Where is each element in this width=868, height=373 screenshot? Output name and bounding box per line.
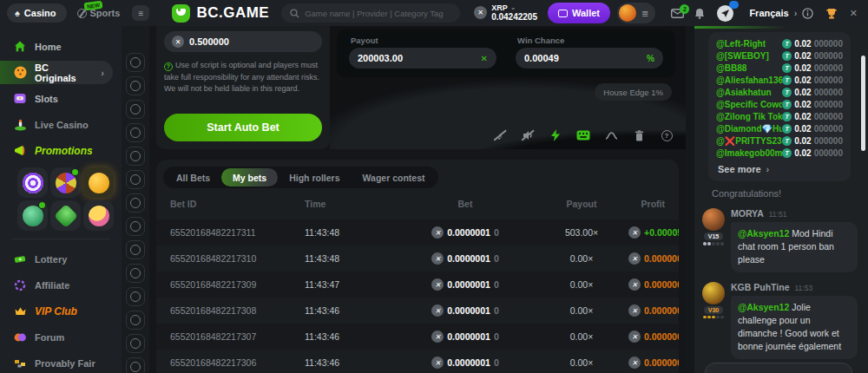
clear-button[interactable] [632, 128, 646, 142]
promo-rocket-icon[interactable] [17, 200, 48, 231]
avatar [619, 4, 636, 22]
sports-toggle[interactable]: NEW Sports [77, 8, 121, 18]
game-shortcut-icon[interactable] [126, 334, 145, 353]
game-shortcut-icon[interactable] [126, 147, 145, 166]
game-shortcut-icon[interactable] [126, 287, 145, 306]
game-shortcut-icon[interactable] [126, 217, 145, 236]
game-shortcut-icon[interactable] [126, 170, 145, 189]
sidebar-item-affiliate[interactable]: Affiliate [0, 273, 122, 297]
bell-icon [694, 8, 705, 19]
trends-button[interactable] [604, 128, 618, 142]
profile-menu[interactable] [617, 3, 655, 23]
wallet-button[interactable]: Wallet [548, 3, 610, 23]
bet-amount-input[interactable] [189, 36, 314, 47]
chat-username[interactable]: MORYA [731, 208, 764, 219]
chat-toggle-button[interactable] [717, 5, 733, 22]
sidebar-item-home[interactable]: Home [0, 35, 122, 58]
game-shortcut-icon[interactable] [126, 193, 145, 213]
music-mute-button[interactable] [493, 128, 507, 142]
rain-username[interactable]: @Imakegob00m... [716, 148, 782, 158]
rain-username[interactable]: @Asiakhatun [716, 88, 772, 97]
sidebar-item-live-casino[interactable]: Live Casino [0, 113, 122, 136]
help-button[interactable] [660, 128, 674, 142]
xrp-coin-icon [628, 304, 641, 317]
promo-spin-icon[interactable] [17, 167, 48, 198]
tab-wager-contest[interactable]: Wager contest [352, 168, 437, 186]
table-row[interactable]: 65520168482217307 11:43:46 0.00000010 0.… [156, 324, 679, 350]
sidebar-item-forum[interactable]: Forum [0, 325, 122, 349]
sidebar-item-slots[interactable]: Slots [0, 87, 122, 110]
rain-username[interactable]: @❌PRITTYS233❌ [716, 136, 782, 146]
trophy-button[interactable] [825, 8, 838, 19]
inbox-button[interactable]: 2 [671, 9, 684, 18]
start-auto-bet-button[interactable]: Start Auto Bet [164, 114, 322, 141]
currency-label: XRP [491, 4, 508, 13]
bets-panel: All Bets My bets High rollers Wager cont… [156, 160, 679, 373]
promo-piggy-icon[interactable] [83, 167, 114, 198]
game-shortcut-icon[interactable] [126, 240, 145, 259]
table-row[interactable]: 65520168482217309 11:43:47 0.00000010 0.… [156, 272, 679, 298]
sidebar-item-label: Live Casino [35, 120, 89, 130]
win-chance-field[interactable]: % [516, 48, 663, 69]
game-search[interactable] [281, 3, 460, 23]
avatar[interactable] [702, 208, 725, 231]
game-shortcut-icon[interactable] [126, 357, 145, 373]
rain-username[interactable]: @Left-Right [716, 39, 766, 49]
casino-toggle[interactable]: Casino [7, 3, 67, 23]
game-shortcut-icon[interactable] [126, 311, 145, 330]
sidebar-item-lottery[interactable]: Lottery [0, 247, 122, 271]
see-more-button[interactable]: See more [716, 159, 843, 178]
table-row[interactable]: 65520168482217310 11:43:48 0.00000010 0.… [156, 245, 679, 272]
rain-username[interactable]: @[SWEBOY] [716, 51, 769, 61]
rain-username[interactable]: @Diamond💎Hu... [716, 124, 782, 134]
chat-input-box[interactable] [705, 363, 852, 373]
bet-id: 65520168482217308 [170, 305, 305, 316]
turbo-button[interactable] [549, 128, 562, 142]
bet-amount-field[interactable] [164, 31, 322, 52]
rain-username[interactable]: @Specific Cowden [716, 100, 782, 109]
table-row[interactable]: 65520168482217311 11:43:48 0.00000010 50… [156, 219, 679, 245]
bcgame-logo[interactable]: BC.GAME [172, 4, 269, 23]
payout-input[interactable] [358, 53, 476, 63]
tab-my-bets[interactable]: My bets [221, 168, 278, 186]
bet-id: 65520168482217307 [170, 331, 305, 342]
sidebar-item-vip-club[interactable]: VIP Club [0, 299, 122, 323]
menu-toggle-icon[interactable] [132, 5, 149, 21]
rain-username[interactable]: @Aliesfahan1363 [716, 75, 782, 85]
mention[interactable]: @Aksyen12 [738, 228, 789, 239]
sidebar-item-bc-originals[interactable]: BC Originals [0, 61, 113, 84]
language-selector[interactable]: Français [749, 8, 797, 18]
sidebar-item-promotions[interactable]: Promotions [0, 139, 122, 162]
info-button[interactable] [802, 8, 813, 19]
game-shortcut-icon[interactable] [126, 100, 145, 119]
game-shortcut-icon[interactable] [126, 53, 145, 72]
game-shortcut-icon[interactable] [126, 76, 145, 95]
mention[interactable]: @Aksyen12 [738, 302, 789, 312]
avatar[interactable] [702, 282, 725, 304]
hotkeys-button[interactable] [576, 128, 590, 142]
rain-username[interactable]: @BB88 [716, 63, 746, 73]
sidebar-item-provably-fair[interactable]: Provably Fair [0, 351, 122, 373]
balance-selector[interactable]: XRP 0.04242205 [474, 4, 537, 23]
notifications-button[interactable] [694, 8, 705, 19]
sound-mute-button[interactable] [521, 128, 535, 142]
bet-payout: 0.00× [570, 305, 594, 316]
chat-scrollbar[interactable] [861, 56, 865, 151]
tab-all-bets[interactable]: All Bets [165, 168, 221, 186]
chat-username[interactable]: KGB PuhTine [731, 282, 789, 292]
table-row[interactable]: 65520168482217308 11:43:46 0.00000010 0.… [156, 298, 679, 324]
chat-input[interactable] [706, 365, 852, 373]
payout-field[interactable]: ✕ [349, 48, 496, 69]
search-input[interactable] [305, 9, 451, 18]
promo-wheel-icon[interactable] [50, 167, 81, 198]
table-row[interactable]: 65520168482217306 11:43:46 0.00000010 0.… [156, 350, 679, 373]
win-chance-input[interactable] [524, 53, 641, 63]
rain-username[interactable]: @Zilong Tik Tok [716, 112, 782, 121]
promo-cash-tag-icon[interactable] [50, 200, 81, 231]
close-icon[interactable] [850, 8, 858, 19]
tab-high-rollers[interactable]: High rollers [278, 168, 351, 186]
promo-coin-drop-icon[interactable] [83, 200, 114, 231]
game-shortcut-icon[interactable] [126, 123, 145, 142]
game-shortcut-icon[interactable] [126, 264, 145, 283]
house-edge-badge: House Edge 1% [595, 83, 672, 101]
